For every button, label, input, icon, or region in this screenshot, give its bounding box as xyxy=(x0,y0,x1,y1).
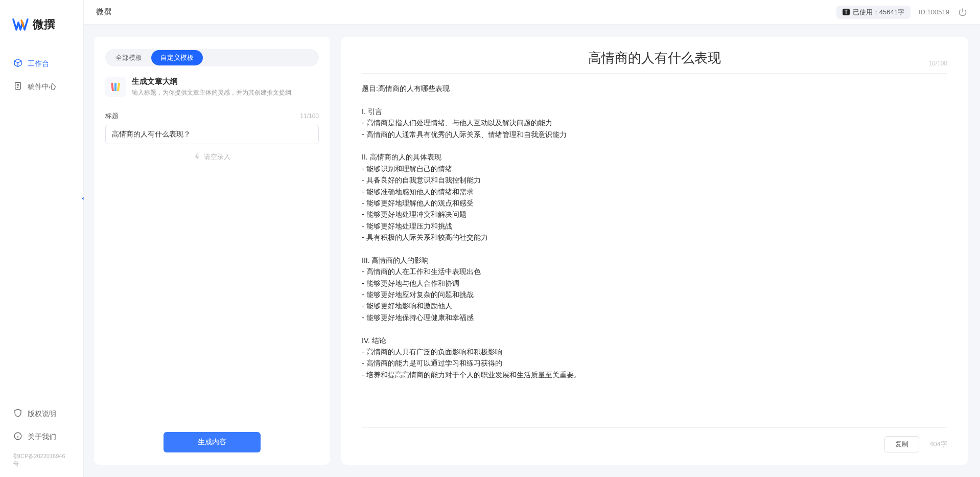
nav-item-label: 稿件中心 xyxy=(28,82,56,92)
nav-item-label: 版权说明 xyxy=(28,410,56,419)
nav-item-about[interactable]: 关于我们 xyxy=(8,426,75,447)
template-tabs: 全部模板 自定义模板 xyxy=(105,49,319,66)
usage-pill[interactable]: T 已使用：45641字 xyxy=(836,6,911,19)
cube-icon xyxy=(13,58,22,69)
sidebar-bottom: 版权说明 关于我们 鄂ICP备2022016946号 xyxy=(0,403,83,477)
books-icon xyxy=(105,77,126,97)
nav-item-copyright[interactable]: 版权说明 xyxy=(8,403,75,424)
doc-title-count: 10/100 xyxy=(928,60,947,67)
icp-text: 鄂ICP备2022016946号 xyxy=(8,449,75,471)
svg-rect-4 xyxy=(117,83,120,91)
template-desc: 输入标题，为你提供文章主体的灵感，并为其创建推文提纲 xyxy=(132,88,291,97)
topbar: 微撰 T 已使用：45641字 ID:100519 xyxy=(84,0,980,25)
doc-icon xyxy=(13,81,22,92)
usage-label: 已使用：45641字 xyxy=(853,8,904,17)
left-panel: 全部模板 自定义模板 生成文章大纲 输入标题，为你提供文章主体的灵感，并为其创建… xyxy=(94,37,330,465)
nav-item-label: 工作台 xyxy=(28,59,49,69)
mic-icon xyxy=(194,153,201,162)
doc-header: 高情商的人有什么表现 10/100 xyxy=(362,49,947,74)
user-id: ID:100519 xyxy=(919,8,949,16)
nav-item-drafts[interactable]: 稿件中心 xyxy=(8,76,75,97)
tab-all-templates[interactable]: 全部模板 xyxy=(106,50,151,65)
topbar-title: 微撰 xyxy=(96,7,111,17)
svg-rect-3 xyxy=(114,83,116,91)
title-char-count: 11/100 xyxy=(300,112,319,120)
voice-input-hint[interactable]: 请空录入 xyxy=(105,152,319,162)
info-icon xyxy=(13,431,22,442)
usage-badge: T xyxy=(843,9,850,15)
main: 微撰 T 已使用：45641字 ID:100519 全部模板 自定义模板 xyxy=(84,0,980,477)
doc-title[interactable]: 高情商的人有什么表现 xyxy=(362,49,947,67)
generate-button[interactable]: 生成内容 xyxy=(164,432,261,452)
right-panel: 高情商的人有什么表现 10/100 题目:高情商的人有哪些表现 I. 引言 - … xyxy=(341,37,968,465)
power-icon[interactable] xyxy=(958,7,968,17)
template-card: 生成文章大纲 输入标题，为你提供文章主体的灵感，并为其创建推文提纲 xyxy=(105,77,319,97)
svg-rect-2 xyxy=(111,83,114,91)
logo-icon xyxy=(12,16,29,33)
nav-item-workspace[interactable]: 工作台 xyxy=(8,53,75,74)
title-input[interactable] xyxy=(105,125,319,144)
template-title: 生成文章大纲 xyxy=(132,77,291,86)
sidebar: 微撰 工作台 稿件中心 版权说明 关于我们 鄂ICP备2022016946号 xyxy=(0,0,84,477)
nav: 工作台 稿件中心 xyxy=(0,53,83,403)
shield-icon xyxy=(13,408,22,419)
doc-body[interactable]: 题目:高情商的人有哪些表现 I. 引言 - 高情商是指人们处理情绪、与他人互动以… xyxy=(362,83,947,419)
logo-text: 微撰 xyxy=(33,17,55,32)
svg-rect-5 xyxy=(196,153,198,156)
sidebar-collapse-handle[interactable] xyxy=(79,192,87,205)
title-field-label: 标题 xyxy=(105,111,119,121)
copy-button[interactable]: 复制 xyxy=(884,436,919,452)
content: 全部模板 自定义模板 生成文章大纲 输入标题，为你提供文章主体的灵感，并为其创建… xyxy=(84,25,980,477)
doc-footer: 复制 404字 xyxy=(362,427,947,452)
nav-item-label: 关于我们 xyxy=(28,433,56,442)
tab-custom-templates[interactable]: 自定义模板 xyxy=(151,50,203,65)
logo: 微撰 xyxy=(0,0,83,53)
doc-word-count: 404字 xyxy=(929,440,947,449)
